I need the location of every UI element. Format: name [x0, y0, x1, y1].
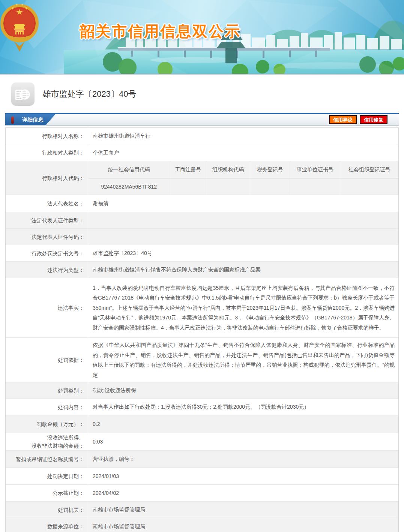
table-row-fine-amount: 罚款金额（万元）： 0.2 [6, 415, 398, 433]
site-title: 韶关市信用信息双公示 [80, 21, 241, 42]
table-row-id-number: 法定代表人证件号码： [6, 229, 398, 245]
table-row-subject-name: 行政相对人名称： 南雄市雄州街道恒清车行 [6, 128, 398, 144]
table-row-publicity-deadline: 公示截止期： 2024/04/02 [6, 485, 398, 502]
row-label: 行政相对人类别： [6, 144, 88, 161]
row-label: 处罚机关： [6, 502, 88, 518]
bar-buttons: 信用异议 信用修复 [329, 115, 387, 124]
row-label: 处罚决定日期： [6, 468, 88, 484]
table-row-subject-code: 行政相对人代码： 统一社会信用代码 工商注册号 组织机构代码 税务登记号 事业单… [6, 161, 398, 195]
page-content: 雄市监处字〔2023〕40号 详细信息 信用异议 信用修复 行政相对人名称： 南… [5, 75, 399, 532]
code-value [250, 179, 290, 195]
row-label: 法人代表姓名： [6, 195, 88, 212]
row-value: 罚款;没收违法所得 [93, 385, 136, 396]
code-value: 92440282MA56BTF812 [88, 179, 170, 195]
row-value: 2024/04/02 [93, 488, 119, 498]
row-value: 0.03 [93, 437, 103, 447]
code-col-header: 税务登记号 [250, 161, 290, 178]
table-row-penalty-basis: 处罚依据： 依据《中华人民共和国产品质量法》第四十九条“生产、销售不符合保障人体… [6, 338, 398, 382]
row-value: 0.2 [93, 419, 100, 429]
credit-repair-button[interactable]: 信用修复 [360, 115, 387, 124]
row-value: 雄市监处字〔2023〕40号 [93, 248, 152, 258]
row-label: 行政相对人名称： [6, 128, 88, 144]
row-label: 处罚依据： [6, 338, 88, 382]
row-label: 数据来源单位： [6, 518, 88, 532]
row-label: 没收违法所得、 没收非法财物的金额： [6, 433, 88, 450]
row-label: 违法事实： [6, 278, 88, 337]
code-value-row: 92440282MA56BTF812 [88, 179, 398, 195]
row-value: 南雄市雄州街道恒清车行销售不符合保障人身财产安全的国家标准产品案 [93, 265, 261, 275]
credit-objection-button[interactable]: 信用异议 [329, 115, 357, 124]
penalty-info-table: 行政相对人名称： 南雄市雄州街道恒清车行 行政相对人类别： 个体工商户 行政相对… [5, 127, 399, 532]
table-row-legal-rep: 法人代表姓名： 谢福清 [6, 195, 398, 212]
code-sub-table: 统一社会信用代码 工商注册号 组织机构代码 税务登记号 事业单位证书号 社会组织… [88, 161, 398, 195]
code-col-header: 统一社会信用代码 [88, 161, 170, 178]
document-header: 雄市监处字〔2023〕40号 [5, 75, 399, 113]
national-emblem-icon [0, 0, 39, 52]
row-value: 营业执照，编号： [93, 454, 135, 464]
table-row-penalty-category: 处罚类别： 罚款;没收违法所得 [6, 382, 398, 399]
row-label: 行政相对人代码： [6, 161, 88, 195]
building-globe-icon [11, 82, 35, 106]
row-label: 法定代表人证件类型： [6, 212, 88, 228]
row-label: 暂扣或吊销证照名称及编号： [6, 451, 88, 468]
row-value: 2024/01/03 [93, 471, 119, 481]
table-row-license-revocation: 暂扣或吊销证照名称及编号： 营业执照，编号： [6, 451, 398, 468]
row-label: 法定代表人证件号码： [6, 229, 88, 245]
code-value [340, 179, 398, 195]
table-row-penalty-authority: 处罚机关： 南雄市市场监督管理局 [6, 502, 398, 518]
details-tab-label: 详细信息 [22, 114, 43, 126]
row-value: 南雄市市场监督管理局 [93, 505, 145, 515]
tab-marker [11, 117, 14, 124]
table-row-id-type: 法定代表人证件类型： [6, 212, 398, 229]
table-row-subject-type: 行政相对人类别： 个体工商户 [6, 144, 398, 161]
code-col-header: 工商注册号 [170, 161, 206, 178]
row-label: 罚款金额（万元）： [6, 415, 88, 433]
code-col-header: 社会组织登记证号 [340, 161, 398, 178]
row-value: 谢福清 [93, 198, 108, 208]
table-row-confiscation-amount: 没收违法所得、 没收非法财物的金额： 0.03 [6, 433, 398, 451]
row-value: 1．当事人改装的爱玛牌电动自行车鞍座长度均远超35厘米，且后车架尾座上均安装有后… [93, 283, 395, 333]
row-value: 个体工商户 [93, 148, 119, 158]
code-col-header: 事业单位证书号 [290, 161, 340, 178]
table-row-decision-number: 行政处罚决定书文号： 雄市监处字〔2023〕40号 [6, 245, 398, 262]
table-row-penalty-content: 处罚内容： 对当事人作出如下行政处罚：1.没收违法所得30元；2.处罚款2000… [6, 399, 398, 415]
table-row-violation-facts: 违法事实： 1．当事人改装的爱玛牌电动自行车鞍座长度均远超35厘米，且后车架尾座… [6, 278, 398, 338]
row-label: 行政处罚决定书文号： [6, 245, 88, 261]
code-value [290, 179, 340, 195]
row-value: 依据《中华人民共和国产品质量法》第四十九条“生产、销售不符合保障人体健康和人身、… [93, 340, 395, 380]
table-row-data-source: 数据来源单位： 南雄市市场监督管理局 [6, 518, 398, 532]
row-value: 南雄市市场监督管理局 [93, 522, 145, 532]
code-header-row: 统一社会信用代码 工商注册号 组织机构代码 税务登记号 事业单位证书号 社会组织… [88, 161, 398, 179]
row-label: 处罚类别： [6, 382, 88, 399]
row-label: 公示截止期： [6, 485, 88, 501]
row-label: 违法行为类型： [6, 262, 88, 278]
table-row-decision-date: 处罚决定日期： 2024/01/03 [6, 468, 398, 485]
table-row-violation-type: 违法行为类型： 南雄市雄州街道恒清车行销售不符合保障人身财产安全的国家标准产品案 [6, 262, 398, 278]
header-banner: 韶关市信用信息双公示 [0, 0, 404, 75]
code-value [170, 179, 206, 195]
code-value [206, 179, 250, 195]
row-value: 南雄市雄州街道恒清车行 [93, 131, 150, 141]
row-value: 对当事人作出如下行政处罚：1.没收违法所得30元；2.处罚款2000元。（罚没款… [93, 402, 309, 412]
code-col-header: 组织机构代码 [206, 161, 250, 178]
page-title: 雄市监处字〔2023〕40号 [43, 88, 136, 100]
row-label: 处罚内容： [6, 399, 88, 415]
section-bar: 详细信息 信用异议 信用修复 [5, 113, 399, 126]
